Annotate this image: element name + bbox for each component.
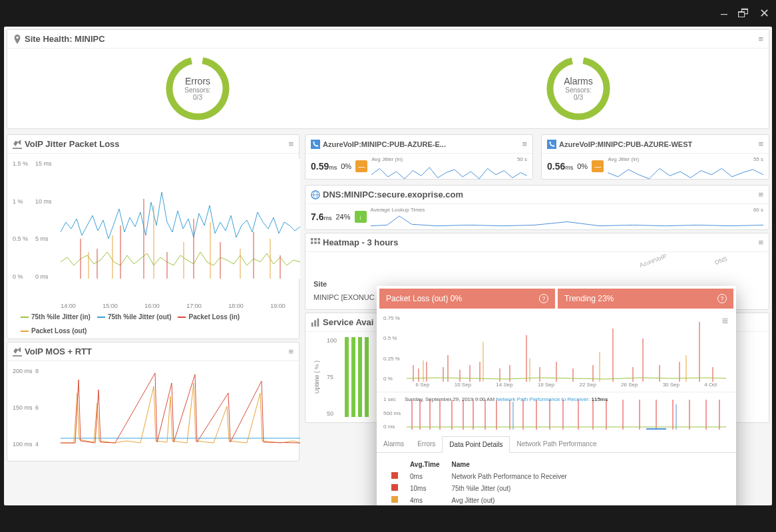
help-icon[interactable]: ?	[717, 294, 727, 303]
popover-chart-2[interactable]: 1 sec500 ms0 ms Sunday, September 29, 20…	[377, 392, 736, 436]
azure-west-panel: AzureVoIP:MINIPC:PUB-AZURE-WEST ≡ 0.56ms…	[541, 134, 769, 180]
svg-rect-91	[646, 428, 666, 430]
svg-rect-33	[317, 318, 319, 326]
svg-rect-26	[314, 238, 317, 241]
grid-icon	[311, 238, 320, 247]
datapoint-table: Avg.TimeName 0msNetwork Path Performance…	[377, 453, 582, 505]
svg-rect-36	[358, 337, 362, 417]
panel-menu-icon[interactable]: ≡	[722, 315, 728, 327]
dns-panel: DNS:MINIPC:secure.exoprise.com ≡ 7.6ms 2…	[305, 185, 769, 230]
popover-tab-trending[interactable]: Trending 23%?	[558, 289, 733, 309]
site-health-title: Site Health: MINIPC	[25, 34, 758, 44]
jitter-title: VoIP Jitter Packet Loss	[25, 139, 288, 149]
dns-sparkline[interactable]: Average Lookup Times60 s	[371, 207, 764, 227]
mos-title: VoIP MOS + RTT	[25, 346, 288, 356]
panel-menu-icon[interactable]: ≡	[758, 237, 763, 247]
svg-rect-31	[311, 323, 313, 327]
table-row[interactable]: 0msNetwork Path Performance to Receiver	[386, 471, 572, 481]
mos-panel: VoIP MOS + RTT ≡ 200 ms150 ms100 ms 864	[7, 342, 299, 462]
errors-gauge[interactable]: ErrorsSensors: 0/3	[164, 55, 231, 122]
svg-rect-21	[547, 140, 556, 149]
svg-rect-25	[311, 238, 313, 241]
chart-icon	[13, 347, 22, 356]
azure-east-title: AzureVoIP:MINIPC:PUB-AZURE-E...	[323, 140, 522, 148]
alarms-gauge[interactable]: AlarmsSensors: 0/3	[545, 55, 612, 122]
popover-tab-packet-loss[interactable]: Packet Loss (out) 0%?	[379, 289, 555, 309]
azure-west-sparkline[interactable]: Avg Jitter (in)55 s	[608, 156, 763, 176]
site-health-panel: Site Health: MINIPC ≡ ErrorsSensors: 0/3…	[7, 29, 769, 129]
location-icon	[13, 35, 22, 44]
trend-flat-icon: —	[355, 160, 367, 172]
globe-icon	[311, 190, 320, 200]
jitter-panel: VoIP Jitter Packet Loss ≡ 1.5 %1 %0.5 %0…	[7, 134, 299, 339]
dashboard: Site Health: MINIPC ≡ ErrorsSensors: 0/3…	[4, 27, 772, 505]
table-row[interactable]: 4msAvg Jitter (out)	[386, 495, 572, 505]
dns-title: DNS:MINIPC:secure.exoprise.com	[323, 190, 758, 200]
heatmap-row[interactable]: MINIPC [EXONUC	[313, 293, 375, 301]
heatmap-title: Heatmap - 3 hours	[323, 237, 758, 247]
jitter-legend: 75th %ile Jitter (in) 75th %ile Jitter (…	[7, 309, 299, 338]
close-button[interactable]: ✕	[759, 6, 769, 21]
panel-menu-icon[interactable]: ≡	[758, 190, 763, 200]
svg-rect-20	[311, 140, 320, 149]
trend-flat-icon: —	[592, 160, 604, 172]
help-icon[interactable]: ?	[539, 294, 548, 303]
phone-icon	[547, 140, 556, 149]
mos-chart[interactable]: 200 ms150 ms100 ms 864	[7, 361, 299, 461]
table-row[interactable]: 10ms75th %ile Jitter (out)	[386, 483, 572, 493]
popover-chart-1[interactable]: ≡ 0.75 %0.5 %0.25 %0 % 6 Sep10 Sep14 Sep…	[377, 311, 736, 392]
tab-errors[interactable]: Errors	[411, 436, 442, 452]
azure-east-sparkline[interactable]: Avg Jitter (in)50 s	[371, 156, 527, 176]
trend-down-icon: ↓	[355, 211, 367, 223]
minimize-button[interactable]: –	[721, 7, 727, 21]
svg-rect-37	[365, 337, 369, 417]
azure-east-panel: AzureVoIP:MINIPC:PUB-AZURE-E... ≡ 0.59ms…	[305, 134, 533, 180]
jitter-chart[interactable]: 1.5 %1 %0.5 %0 % 15 ms10 ms5 ms0 ms	[7, 154, 299, 300]
svg-rect-30	[318, 241, 321, 244]
tab-data-point-details[interactable]: Data Point Details	[442, 436, 510, 453]
svg-rect-35	[351, 337, 355, 417]
phone-icon	[311, 140, 320, 149]
svg-rect-28	[311, 241, 313, 244]
panel-menu-icon[interactable]: ≡	[758, 34, 763, 44]
window-titlebar: – 🗗 ✕	[0, 0, 776, 27]
tab-alarms[interactable]: Alarms	[377, 436, 411, 452]
bar-chart-icon	[311, 318, 320, 327]
maximize-button[interactable]: 🗗	[737, 7, 749, 21]
svg-rect-32	[314, 320, 316, 327]
azure-west-title: AzureVoIP:MINIPC:PUB-AZURE-WEST	[559, 140, 758, 148]
panel-menu-icon[interactable]: ≡	[522, 139, 527, 149]
svg-rect-27	[318, 238, 321, 241]
panel-menu-icon[interactable]: ≡	[288, 139, 293, 149]
chart-icon	[13, 140, 22, 149]
svg-rect-34	[345, 337, 349, 417]
detail-popover: Packet Loss (out) 0%? Trending 23%? ≡ 0.…	[377, 286, 736, 505]
tab-network-path[interactable]: Network Path Performance	[510, 436, 603, 452]
svg-rect-29	[314, 241, 317, 244]
popover-tabs: Alarms Errors Data Point Details Network…	[377, 436, 736, 453]
panel-menu-icon[interactable]: ≡	[758, 139, 763, 149]
panel-menu-icon[interactable]: ≡	[288, 346, 293, 356]
